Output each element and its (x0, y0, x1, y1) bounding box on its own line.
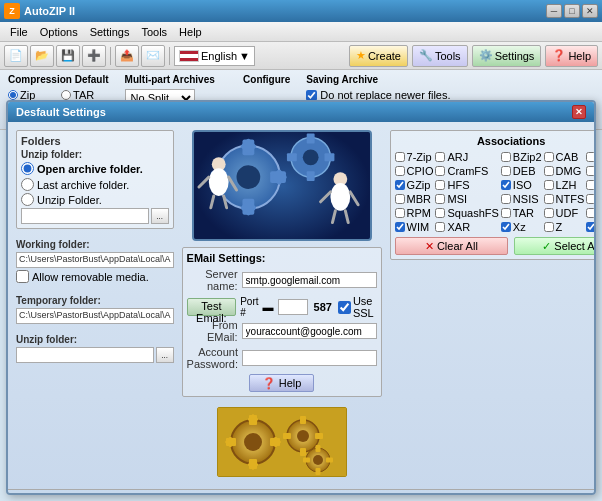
assoc-mbr[interactable]: MBR (395, 193, 434, 205)
password-input[interactable] (242, 350, 377, 366)
help-button[interactable]: ❓ Help (545, 45, 598, 67)
assoc-vhd[interactable]: VHD (586, 207, 596, 219)
toolbar-right: ★ Create 🔧 Tools ⚙️ Settings ❓ Help (349, 45, 598, 67)
allow-removable-label: Allow removable media. (32, 271, 149, 283)
assoc-cab[interactable]: CAB (544, 151, 585, 163)
email-section: EMail Settings: Server name: Test Email:… (182, 247, 382, 397)
menu-settings[interactable]: Settings (84, 25, 136, 39)
settings-dialog: Desfault Settings ✕ Folders Unzip folder… (6, 100, 596, 495)
menu-tools[interactable]: Tools (135, 25, 173, 39)
open-button[interactable]: 📂 (30, 45, 54, 67)
close-button[interactable]: ✕ (582, 4, 598, 18)
assoc-tar[interactable]: TAR (501, 207, 542, 219)
configure-title: Configure (243, 74, 290, 85)
allow-removable-option[interactable]: Allow removable media. (16, 270, 174, 283)
assoc-hfs[interactable]: HFS (435, 179, 498, 191)
assoc-xz[interactable]: Xz (501, 221, 542, 233)
tools-label: Tools (435, 50, 461, 62)
assoc-udf[interactable]: UDF (544, 207, 585, 219)
svg-point-30 (330, 183, 350, 211)
assoc-chm[interactable]: CHM (586, 151, 596, 163)
svg-rect-55 (315, 468, 320, 475)
assoc-nsis[interactable]: NSIS (501, 193, 542, 205)
unzip-bottom-browse[interactable]: ... (156, 347, 174, 363)
settings-button[interactable]: ⚙️ Settings (472, 45, 542, 67)
open-archive-option[interactable]: Open archive folder. (21, 162, 169, 175)
email-help-label: Help (279, 377, 302, 389)
open-archive-label: Open archive folder. (37, 163, 143, 175)
language-selector[interactable]: English ▼ (174, 46, 255, 66)
clear-icon: ✕ (425, 240, 434, 253)
language-label: English (201, 50, 237, 62)
assoc-gzip[interactable]: GZip (395, 179, 434, 191)
save-button[interactable]: 💾 (56, 45, 80, 67)
settings-label: Settings (495, 50, 535, 62)
create-label: Create (368, 50, 401, 62)
new-button[interactable]: 📄 (4, 45, 28, 67)
server-input[interactable] (242, 272, 377, 288)
email-button[interactable]: ✉️ (141, 45, 165, 67)
assoc-rar[interactable]: RAR (586, 193, 596, 205)
assoc-wim[interactable]: WIM (395, 221, 434, 233)
create-button[interactable]: ★ Create (349, 45, 408, 67)
extract-icon: 📤 (120, 49, 134, 62)
multipart-title: Multi-part Archives (125, 74, 227, 85)
port-input[interactable] (278, 299, 308, 315)
assoc-squashfs[interactable]: SquashFS (435, 207, 498, 219)
tools-icon: 🔧 (419, 49, 433, 62)
assoc-dmg[interactable]: DMG (544, 165, 585, 177)
assoc-lzma[interactable]: LZMA (586, 179, 596, 191)
assoc-cramfs[interactable]: CramFS (435, 165, 498, 177)
unzip-browse-button[interactable]: ... (151, 208, 169, 224)
menu-bar: File Options Settings Tools Help (0, 22, 602, 42)
language-dropdown-icon: ▼ (239, 50, 250, 62)
assoc-msi[interactable]: MSI (435, 193, 498, 205)
assoc-arj[interactable]: ARJ (435, 151, 498, 163)
save-icon: 💾 (61, 49, 75, 62)
gears-image (192, 130, 372, 241)
assoc-7zip[interactable]: 7-Zip (395, 151, 434, 163)
associations-box: Associations 7-Zip ARJ BZip2 CAB CHM CPI… (390, 130, 596, 260)
svg-rect-49 (300, 448, 306, 456)
ssl-label: Use SSL (353, 295, 377, 319)
menu-file[interactable]: File (4, 25, 34, 39)
assoc-xar[interactable]: XAR (435, 221, 498, 233)
server-label: Server name: (187, 268, 238, 292)
ssl-option[interactable]: Use SSL (338, 295, 377, 319)
assoc-ntfs[interactable]: NTFS (544, 193, 585, 205)
minimize-button[interactable]: ─ (546, 4, 562, 18)
test-email-button[interactable]: Test Email: (187, 298, 237, 316)
help-icon: ❓ (552, 49, 566, 62)
assoc-cpio[interactable]: CPIO (395, 165, 434, 177)
toolbar: 📄 📂 💾 ➕ 📤 ✉️ English ▼ ★ Create 🔧 Tools … (0, 42, 602, 70)
folders-label: Folders (21, 135, 169, 147)
last-archive-option[interactable]: Last archive folder. (21, 178, 169, 191)
select-all-button[interactable]: ✓ Select All (514, 237, 596, 255)
assoc-iso[interactable]: ISO (501, 179, 542, 191)
unzip-bottom-section: Unzip folder: ... (16, 334, 174, 363)
assoc-zip[interactable]: ZIP (586, 221, 596, 233)
associations-title: Associations (395, 135, 596, 147)
unzip-folder-label: Unzip folder: (21, 149, 169, 160)
assoc-bzip2[interactable]: BZip2 (501, 151, 542, 163)
from-input[interactable] (242, 323, 377, 339)
assoc-lzh[interactable]: LZH (544, 179, 585, 191)
assoc-z[interactable]: Z (544, 221, 585, 233)
menu-options[interactable]: Options (34, 25, 84, 39)
dialog-close-button[interactable]: ✕ (572, 105, 586, 119)
open-icon: 📂 (35, 49, 49, 62)
assoc-fat[interactable]: FAT (586, 165, 596, 177)
unzip-folder-option[interactable]: Unzip Folder. (21, 193, 169, 206)
email-help-button[interactable]: ❓ Help (249, 374, 315, 392)
extract-button[interactable]: 📤 (115, 45, 139, 67)
clear-all-button[interactable]: ✕ Clear All (395, 237, 509, 255)
maximize-button[interactable]: □ (564, 4, 580, 18)
tools-button[interactable]: 🔧 Tools (412, 45, 468, 67)
menu-help[interactable]: Help (173, 25, 208, 39)
svg-point-37 (244, 433, 262, 451)
assoc-deb[interactable]: DEB (501, 165, 542, 177)
settings-gear-icon: ⚙️ (479, 49, 493, 62)
svg-point-18 (302, 149, 318, 165)
add-button[interactable]: ➕ (82, 45, 106, 67)
assoc-rpm[interactable]: RPM (395, 207, 434, 219)
